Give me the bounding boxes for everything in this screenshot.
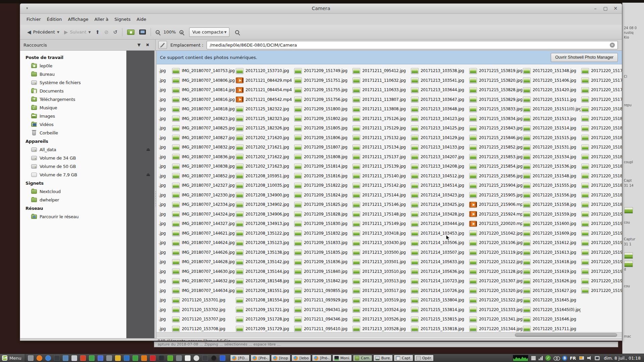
file-item[interactable]: IMG_20180707_140852.jpg (171, 171, 235, 181)
launcher-terminal-icon[interactable] (54, 355, 60, 361)
file-item[interactable]: 20171220_151813.jpg (581, 133, 622, 143)
file-item[interactable]: 20171211_175126.jpg (352, 114, 410, 124)
back-history-caret-icon[interactable]: ▼ (57, 31, 59, 34)
scrollbar-thumb[interactable] (515, 333, 617, 337)
file-item[interactable]: 20171220_151511(0).jpg (522, 104, 581, 114)
file-item[interactable]: 20171120_153708.jpg (171, 324, 235, 333)
file-item-clipped[interactable]: .jpg (157, 152, 171, 162)
menu-signets[interactable]: Signets (111, 15, 133, 23)
file-item[interactable]: 20171211_094341.jpg (293, 305, 352, 315)
file-item[interactable]: 20171220_151847.jpg (581, 162, 622, 171)
file-item[interactable]: 20171220_151935.jpg (581, 267, 622, 277)
launcher-office-calc-icon[interactable] (132, 355, 138, 361)
open-shotwell-button[interactable]: Ouvrir Shotwell Photo Manager (551, 53, 618, 62)
taskbar-window-insp[interactable]: [Insp... (271, 355, 290, 361)
file-item[interactable]: 20171211_094346.jpg (293, 314, 352, 324)
file-item[interactable]: 20171209_151800.jpg (293, 104, 352, 114)
launcher-show-desktop-icon[interactable] (28, 355, 34, 361)
file-item[interactable]: 20171215_215852.jpg (469, 142, 522, 152)
file-item[interactable]: 20171211_113808.jpg (352, 104, 410, 114)
file-item[interactable]: 20171213_103538.jpg (410, 66, 469, 76)
sidebar-item-corbeille[interactable]: Corbeille (20, 129, 126, 137)
file-item[interactable]: 20171211_175146.jpg (352, 200, 410, 209)
file-item-clipped[interactable]: .jpg (157, 295, 171, 305)
launcher-utility-icon[interactable] (176, 355, 182, 361)
file-item[interactable]: 20171209_151806.jpg (293, 133, 352, 143)
mint-menu-button[interactable]: Lm Menu (0, 354, 25, 362)
file-item-clipped[interactable]: .jpg (157, 76, 171, 85)
file-item[interactable]: 20171121_084454.mp4 (235, 85, 293, 95)
file-item[interactable]: 20171213_103541.jpg (410, 76, 469, 85)
file-item[interactable]: 20171209_151756.jpg (293, 95, 352, 105)
launcher-cat-app-icon[interactable] (211, 355, 217, 361)
file-item-clipped[interactable]: .jpg (157, 324, 171, 333)
file-item[interactable]: 20171209_151721.jpg (235, 305, 293, 315)
sidebar-item-syst-me-de-fichiers[interactable]: Système de fichiers (20, 78, 126, 87)
file-item[interactable]: 20171211_093929.jpg (293, 295, 352, 305)
file-item[interactable]: 20171220_151559.jpg (522, 209, 581, 219)
file-item[interactable]: 20171213_104133.jpg (410, 142, 469, 152)
file-item[interactable]: 20171220_151645(0).jpg (522, 305, 581, 315)
file-item[interactable]: 20171220_151853.jpg (581, 181, 622, 190)
file-item[interactable]: 20171211_110633.jpg (352, 85, 410, 95)
file-item[interactable]: 20171202_171621.jpg (235, 142, 293, 152)
file-item-clipped[interactable]: .jpg (157, 286, 171, 296)
file-item[interactable]: 20171213_104512.jpg (410, 171, 469, 181)
file-item[interactable]: 20171215_153834.jpg (469, 114, 522, 124)
file-item[interactable]: IMG_20180707_144628.jpg (171, 257, 235, 267)
file-item[interactable]: 20171215_215904.jpg (469, 181, 522, 190)
zoom-out-button[interactable]: − (153, 28, 162, 36)
launcher-package-manager-icon[interactable] (89, 355, 95, 361)
launcher-p-app-icon[interactable] (220, 355, 225, 361)
file-item[interactable]: 20171220_151042.jpg (469, 229, 522, 238)
taskbar-window-bure[interactable]: Bure... (373, 355, 393, 361)
file-item[interactable]: 20171220_151612.jpg (522, 238, 581, 248)
close-button[interactable]: ✕ (612, 5, 619, 11)
file-item[interactable]: 20171202_171622.jpg (235, 152, 293, 162)
file-item[interactable]: 20171208_110035.jpg (235, 181, 293, 190)
file-item[interactable]: 20171213_103647.jpg (410, 95, 469, 105)
file-item-clipped[interactable]: .jpg (157, 95, 171, 105)
file-item[interactable]: 20171220_151344.jpg (469, 324, 522, 333)
file-item[interactable]: 20171220_151613.jpg (522, 248, 581, 257)
file-item[interactable]: 20171120_153707.jpg (171, 314, 235, 324)
file-item[interactable]: 20171213_104125.jpg (410, 123, 469, 133)
file-item[interactable]: 20171214_103453.jpg (410, 229, 469, 238)
file-item[interactable]: 20171208_134906.jpg (235, 209, 293, 219)
file-item[interactable]: 20171209_151824.jpg (293, 190, 352, 200)
launcher-firefox-icon[interactable] (37, 355, 42, 361)
taskbar-window-pr[interactable]: [Pré-... (251, 355, 270, 361)
file-item[interactable]: 20171215_153828.jpg (469, 85, 522, 95)
menu-affichage[interactable]: Affichage (65, 15, 91, 23)
taskbar-window-op-r[interactable]: Opér... (414, 355, 434, 361)
file-item[interactable]: 20171220_151932.jpg (581, 257, 622, 267)
launcher-dark-app-icon[interactable] (202, 355, 208, 361)
file-item[interactable]: 20171125_182323.jpg (235, 114, 293, 124)
file-item[interactable]: 20171213_103517.jpg (352, 286, 410, 296)
file-item[interactable]: 20171215_153815.jpg (410, 314, 469, 324)
taskbar-window-capt[interactable]: Capt... (394, 355, 413, 361)
network-signal-icon[interactable] (539, 356, 543, 360)
file-item[interactable]: IMG_20180707_140825.jpg (171, 123, 235, 133)
file-item[interactable]: 20171220_151646.jpg (522, 314, 581, 324)
file-item[interactable]: 20171220_151711.jpg (522, 324, 581, 333)
file-item[interactable]: 20171208_135138.jpg (235, 248, 293, 257)
file-item[interactable]: 20171220_151536.jpg (522, 162, 581, 171)
up-button[interactable]: ⬆ (93, 27, 102, 37)
file-item[interactable]: 20171220_151809.jpg (581, 114, 622, 124)
pane-splitter[interactable] (154, 51, 157, 338)
file-item[interactable]: 20171209_151830.jpg (293, 219, 352, 229)
file-item[interactable]: 20171220_151531.jpg (522, 142, 581, 152)
file-item[interactable]: 20171214_105633.jpg (410, 257, 469, 267)
file-item[interactable]: 20171213_103430.jpg (352, 238, 410, 248)
file-item[interactable]: 20171120_153710.jpg (235, 66, 293, 76)
file-item[interactable]: 20171208_105951.jpg (235, 171, 293, 181)
file-item[interactable]: 20171220_151406.jpg (522, 76, 581, 85)
file-item[interactable]: 20171220_151333.jpg (469, 305, 522, 315)
sidebar-item-images[interactable]: Images (20, 112, 126, 120)
file-item[interactable]: IMG_20180707_142334.jpg (171, 200, 235, 209)
file-item[interactable]: 20171209_151833.jpg (293, 238, 352, 248)
file-item[interactable]: 20171208_181554.jpg (235, 295, 293, 305)
file-item[interactable]: 20171215_153814.jpg (410, 305, 469, 315)
file-item-clipped[interactable]: .jpg (157, 123, 171, 133)
